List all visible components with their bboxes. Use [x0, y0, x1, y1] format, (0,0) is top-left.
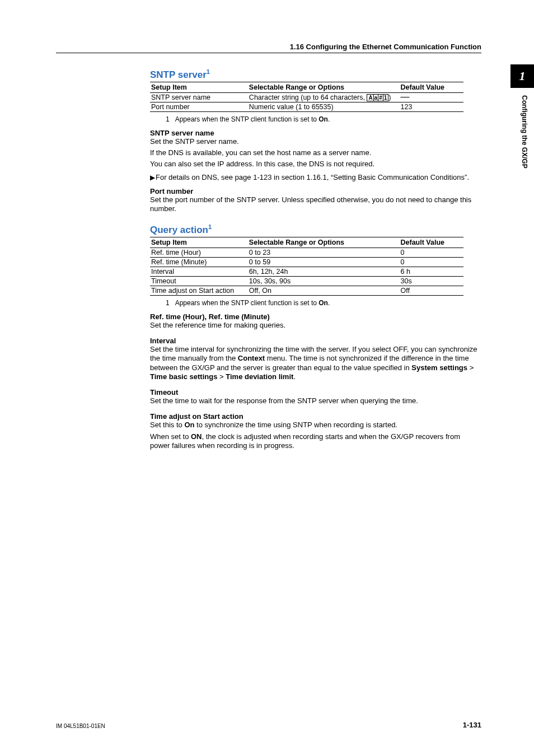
text: Set this to: [150, 421, 184, 429]
cell-setup: Timeout: [150, 276, 248, 286]
bold: System settings: [411, 363, 467, 372]
footer-doc-id: IM 04L51B01-01EN: [56, 723, 105, 729]
bold: On: [184, 421, 194, 429]
text: .: [293, 372, 296, 381]
cell-default: 6 h: [399, 267, 463, 276]
cell-setup: Time adjust on Start action: [150, 286, 248, 295]
cell-range: Character string (up to 64 characters, A…: [248, 92, 400, 102]
main-content: SNTP server1 Setup Item Selectable Range…: [150, 68, 481, 452]
default-dash: ―: [400, 92, 409, 101]
text: When set to: [150, 432, 191, 441]
sntp-table: Setup Item Selectable Range or Options D…: [150, 82, 463, 112]
bold: Time deviation limit: [226, 372, 293, 381]
sntp-name-subtitle: SNTP server name: [150, 129, 481, 137]
cell-range: 10s, 30s, 90s: [248, 276, 400, 286]
text: >: [467, 363, 474, 372]
body-text: Set the time to wait for the response fr…: [150, 396, 481, 405]
table-row: Interval 6h, 12h, 24h 6 h: [150, 267, 463, 276]
section-title-query: Query action1: [150, 223, 481, 236]
cell-range: Off, On: [248, 286, 400, 295]
cell-range: 0 to 23: [248, 248, 400, 257]
body-text: Set the time interval for synchronizing …: [150, 345, 481, 381]
body-text: Set the reference time for making querie…: [150, 321, 481, 330]
body-text: Set the port number of the SNTP server. …: [150, 195, 481, 214]
body-text: If the DNS is available, you can set the…: [150, 148, 481, 157]
footnote-num: 1: [166, 115, 174, 123]
arrow-icon: ▶: [150, 174, 155, 181]
body-text: Set the SNTP server name.: [150, 137, 481, 146]
timeout-subtitle: Timeout: [150, 388, 481, 396]
cross-reference: ▶For details on DNS, see page 1-123 in s…: [150, 173, 481, 182]
footnote-text: Appears when the SNTP client function is…: [175, 299, 319, 307]
query-footnote: 1 Appears when the SNTP client function …: [166, 299, 481, 307]
reftime-subtitle: Ref. time (Hour), Ref. time (Minute): [150, 312, 481, 321]
section-title-text: SNTP server: [150, 69, 207, 80]
sntp-footnote: 1 Appears when the SNTP client function …: [166, 115, 481, 123]
bold: Context: [238, 354, 265, 362]
cell-setup: Port number: [150, 102, 248, 111]
range-pre: Character string (up to 64 characters,: [249, 94, 367, 101]
footnote-text: Appears when the SNTP client function is…: [175, 115, 319, 123]
section-title-sup: 1: [207, 68, 210, 75]
table-row: Time adjust on Start action Off, On Off: [150, 286, 463, 295]
text: to synchronize the time using SNTP when …: [194, 421, 397, 429]
header-rule: [56, 53, 481, 53]
interval-subtitle: Interval: [150, 337, 481, 345]
cell-default: Off: [399, 286, 463, 295]
col-default: Default Value: [399, 82, 463, 92]
key-a-upper: A: [368, 95, 373, 101]
col-range: Selectable Range or Options: [248, 82, 400, 92]
footer-page-num: 1-131: [463, 721, 481, 729]
adjust-subtitle: Time adjust on Start action: [150, 412, 481, 421]
cell-default: 123: [399, 102, 463, 111]
body-text: Set this to On to synchronize the time u…: [150, 421, 481, 430]
cell-default: 30s: [399, 276, 463, 286]
side-title: Configuring the GX/GP: [521, 95, 528, 169]
cell-setup: Ref. time (Hour): [150, 248, 248, 257]
port-subtitle: Port number: [150, 187, 481, 195]
col-default: Default Value: [399, 237, 463, 248]
cell-range: 0 to 59: [248, 257, 400, 267]
cell-setup: SNTP server name: [150, 92, 248, 102]
section-title-text: Query action: [150, 225, 208, 235]
footnote-bold: On: [318, 115, 328, 123]
table-row: Ref. time (Minute) 0 to 59 0: [150, 257, 463, 267]
range-post: ): [388, 94, 391, 101]
footnote-tail: .: [328, 299, 330, 307]
footnote-tail: .: [328, 115, 330, 123]
col-setup: Setup Item: [150, 237, 248, 248]
body-text: When set to ON, the clock is adjusted wh…: [150, 432, 481, 451]
table-row: Ref. time (Hour) 0 to 23 0: [150, 248, 463, 257]
table-row: Port number Numeric value (1 to 65535) 1…: [150, 102, 463, 111]
footnote-bold: On: [318, 299, 328, 307]
key-one: 1: [383, 95, 388, 101]
cell-default: 0: [399, 257, 463, 267]
section-title-sup: 1: [208, 223, 212, 230]
text: >: [217, 372, 226, 381]
key-hash: #: [378, 95, 383, 101]
section-title-sntp: SNTP server1: [150, 68, 481, 81]
table-row: SNTP server name Character string (up to…: [150, 92, 463, 102]
chapter-tab: 1: [510, 64, 534, 88]
key-a-lower: a: [374, 95, 379, 101]
bold: ON: [191, 432, 202, 441]
cell-default: 0: [399, 248, 463, 257]
cell-setup: Interval: [150, 267, 248, 276]
col-range: Selectable Range or Options: [248, 237, 400, 248]
cell-default: ―: [399, 92, 463, 102]
body-text: You can also set the IP address. In this…: [150, 160, 481, 169]
xref-text: For details on DNS, see page 1-123 in se…: [156, 173, 469, 181]
table-row: Timeout 10s, 30s, 90s 30s: [150, 276, 463, 286]
cell-range: 6h, 12h, 24h: [248, 267, 400, 276]
cell-setup: Ref. time (Minute): [150, 257, 248, 267]
char-keybox: Aa#1: [367, 94, 388, 101]
query-table: Setup Item Selectable Range or Options D…: [150, 237, 463, 296]
cell-range: Numeric value (1 to 65535): [248, 102, 400, 111]
bold: Time basic settings: [150, 372, 217, 381]
running-header: 1.16 Configuring the Ethernet Communicat…: [290, 43, 481, 51]
footnote-num: 1: [166, 299, 174, 307]
col-setup: Setup Item: [150, 82, 248, 92]
